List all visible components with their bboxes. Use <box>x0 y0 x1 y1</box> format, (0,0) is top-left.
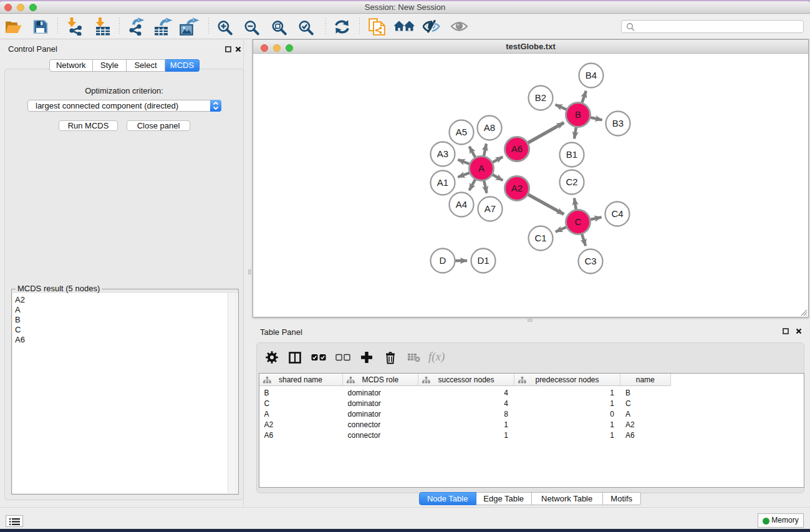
svg-text:C4: C4 <box>611 208 623 219</box>
svg-text:B4: B4 <box>586 70 597 80</box>
svg-text:A4: A4 <box>456 199 467 210</box>
svg-text:A: A <box>478 163 485 173</box>
svg-text:C2: C2 <box>566 177 577 187</box>
svg-text:B3: B3 <box>612 118 624 128</box>
svg-text:C1: C1 <box>534 233 546 243</box>
svg-text:A7: A7 <box>485 203 496 214</box>
svg-text:B: B <box>575 109 581 120</box>
svg-text:A2: A2 <box>511 183 523 193</box>
svg-text:D1: D1 <box>477 255 489 266</box>
svg-text:A3: A3 <box>437 148 448 159</box>
svg-text:A8: A8 <box>484 122 495 133</box>
svg-text:A1: A1 <box>437 177 448 188</box>
svg-text:C: C <box>575 216 582 227</box>
svg-text:B2: B2 <box>535 92 546 103</box>
svg-text:D: D <box>440 255 446 266</box>
svg-text:A6: A6 <box>511 143 523 154</box>
svg-text:C3: C3 <box>584 256 596 266</box>
svg-text:A5: A5 <box>456 127 467 137</box>
svg-text:B1: B1 <box>566 149 577 160</box>
